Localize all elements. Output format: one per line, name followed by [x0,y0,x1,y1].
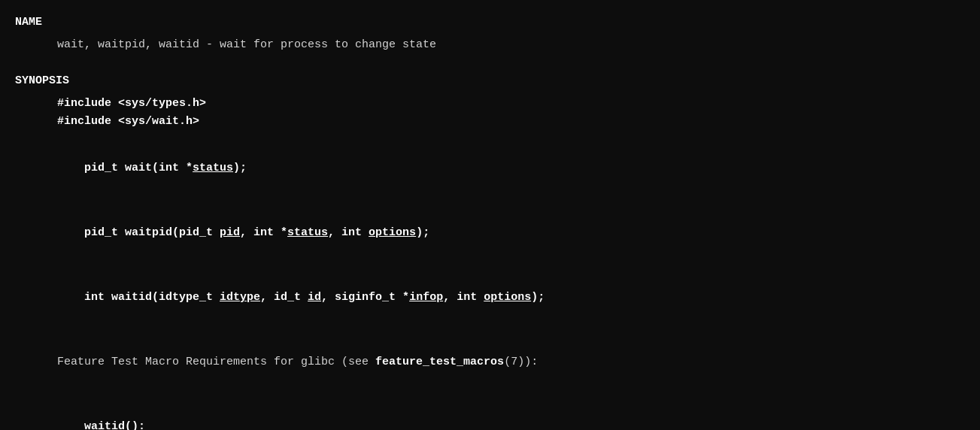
proto-waitid: int waitid(idtype_t idtype, id_t id, sig… [15,271,965,325]
proto-waitpid-mid2: , int [328,226,369,239]
waitid-label-line: waitid(): [15,400,965,430]
proto-waitpid: pid_t waitpid(pid_t pid, int *status, in… [15,206,965,260]
include-1: #include <sys/types.h> [15,95,965,113]
proto-wait-status: status [193,162,233,174]
proto-waitpid-status: status [287,226,328,239]
proto-waitid-infop: infop [409,291,443,304]
proto-waitid-options: options [484,291,531,304]
name-section: NAME wait, waitpid, waitid - wait for pr… [15,14,965,54]
proto-wait: pid_t wait(int *status); [15,141,965,195]
proto-waitid-mid2: , siginfo_t * [321,291,409,304]
proto-waitid-mid3: , int [443,291,484,304]
proto-wait-prefix: pid_t wait(int * [84,162,193,174]
feature-text-prefix: Feature Test Macro Requirements for glib… [57,356,375,368]
proto-waitid-mid1: , id_t [260,291,308,304]
proto-wait-suffix: ); [233,162,247,174]
proto-waitid-start: int waitid(idtype_t [84,291,220,304]
synopsis-heading: SYNOPSIS [15,72,965,90]
feature-text-suffix: (7)): [504,356,538,368]
synopsis-section: SYNOPSIS #include <sys/types.h> #include… [15,72,965,430]
proto-waitpid-start: pid_t waitpid(pid_t [84,226,220,239]
name-heading: NAME [15,14,965,32]
proto-waitid-id: id [308,291,321,304]
name-content: wait, waitpid, waitid - wait for process… [15,36,965,54]
proto-waitid-idtype: idtype [220,291,260,304]
proto-waitpid-mid1: , int * [240,226,287,239]
proto-waitid-end: ); [531,291,545,304]
waitid-label: waitid(): [84,420,145,430]
proto-waitpid-end: ); [416,226,429,239]
proto-waitpid-options: options [369,226,416,239]
proto-waitpid-pid: pid [220,226,240,239]
include-2: #include <sys/wait.h> [15,113,965,131]
feature-bold-text: feature_test_macros [375,356,504,368]
feature-line: Feature Test Macro Requirements for glib… [15,335,965,389]
